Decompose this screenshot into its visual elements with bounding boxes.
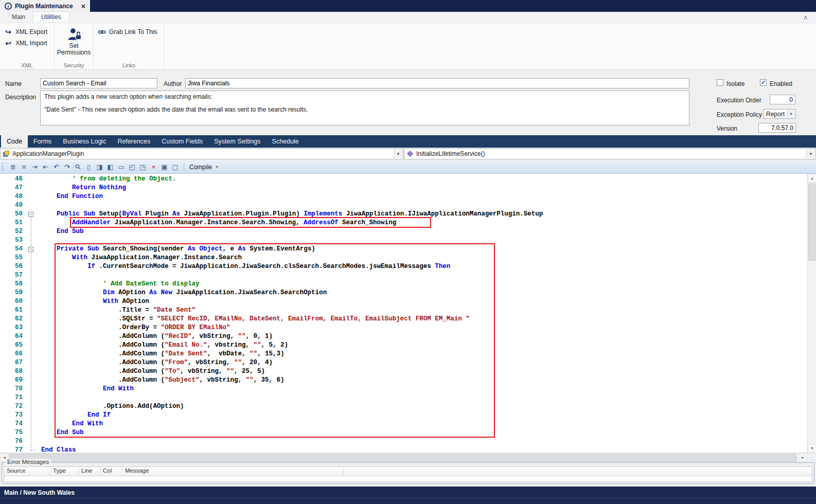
- isolate-label: Isolate: [726, 80, 744, 87]
- code-editor[interactable]: 46 ' from deleting the Object.47 Return …: [0, 174, 807, 453]
- xml-export-button[interactable]: ↪ XML Export: [2, 26, 52, 38]
- fold-collapse-icon[interactable]: -: [28, 247, 33, 252]
- surround-with-icon[interactable]: ◳: [137, 162, 148, 172]
- ribbon-collapse-icon[interactable]: ∧: [803, 14, 808, 21]
- author-input[interactable]: [185, 78, 689, 88]
- tab-business-logic[interactable]: Business Logic: [57, 135, 112, 148]
- error-column-col[interactable]: Col: [100, 467, 122, 476]
- undo-icon[interactable]: ↶: [51, 162, 62, 172]
- type-combobox[interactable]: ApplicationManagerPlugin ▼: [0, 148, 403, 159]
- toolbar-separator: [184, 163, 184, 171]
- line-number: 53: [0, 236, 26, 245]
- close-tab-icon[interactable]: ×: [81, 3, 85, 10]
- toolbar-icons: ≣≡⇥⇤↶↷⚲▯◨◧▭◰◳×▣▢: [8, 162, 181, 172]
- horizontal-scroll-thumb[interactable]: [9, 454, 796, 462]
- xml-import-button[interactable]: ↩ XML Import: [2, 38, 52, 49]
- member-combobox[interactable]: InitializeLifetimeService() ▼: [404, 148, 816, 159]
- clear-breakpoints-icon[interactable]: ×: [148, 162, 159, 172]
- code-line-52[interactable]: 52 End Sub: [0, 227, 807, 236]
- class-icon: [3, 151, 9, 157]
- line-number: 51: [0, 219, 26, 227]
- scroll-right-icon[interactable]: ►: [799, 453, 807, 462]
- previous-bookmark-icon[interactable]: ◧: [105, 162, 116, 172]
- compile-menu-arrow-icon[interactable]: ▾: [214, 165, 220, 169]
- exception-policy-select[interactable]: Report ▼: [763, 109, 796, 119]
- execution-order-input[interactable]: [770, 95, 795, 104]
- tab-references[interactable]: References: [112, 135, 156, 148]
- line-number: 56: [0, 262, 26, 271]
- code-line-47[interactable]: 47 Return Nothing: [0, 184, 807, 192]
- vertical-scroll-thumb[interactable]: [808, 184, 816, 261]
- dropdown-arrow-icon[interactable]: ▼: [787, 110, 795, 118]
- tab-custom-fields[interactable]: Custom Fields: [156, 135, 208, 148]
- error-column-type[interactable]: Type: [50, 467, 79, 476]
- name-input[interactable]: [40, 78, 157, 88]
- enabled-checkbox[interactable]: ✓: [760, 79, 767, 86]
- insert-snippet-icon[interactable]: ◰: [127, 162, 137, 172]
- compile-button[interactable]: Compile: [187, 164, 214, 171]
- error-messages-list[interactable]: SourceTypeLineColMessage: [4, 466, 812, 482]
- code-text: End Class: [38, 446, 76, 453]
- code-text: [38, 201, 41, 210]
- error-column-source[interactable]: Source: [4, 467, 50, 476]
- line-number: 77: [0, 446, 26, 453]
- indent-increase-icon[interactable]: ⇥: [29, 162, 40, 172]
- line-number: 57: [0, 271, 26, 280]
- code-line-48[interactable]: 48 End Function: [0, 192, 807, 201]
- tab-schedule[interactable]: Schedule: [267, 135, 305, 148]
- immediate-window-icon[interactable]: ▢: [170, 162, 181, 172]
- plugin-form: Name Author Isolate ✓ Enabled Descriptio…: [0, 70, 816, 135]
- ribbon-group-xml: ↪ XML Export ↩ XML Import XML: [0, 23, 55, 69]
- status-bar: Main / New South Wales: [0, 487, 816, 504]
- member-combobox-value: InitializeLifetimeService(): [416, 150, 485, 157]
- code-text: [38, 236, 41, 245]
- fold-collapse-icon[interactable]: -: [28, 212, 33, 217]
- line-number: 50: [0, 210, 26, 219]
- error-list-header: SourceTypeLineColMessage: [4, 467, 812, 476]
- document-tab-plugin-maintenance[interactable]: i Plugin Maintenance ×: [0, 0, 90, 12]
- set-permissions-button[interactable]: Set Permissions: [57, 26, 91, 56]
- code-line-76[interactable]: 76: [0, 437, 807, 446]
- tab-system-settings[interactable]: System Settings: [208, 135, 266, 148]
- line-number: 62: [0, 315, 26, 323]
- xml-export-icon: ↪: [4, 28, 12, 36]
- tab-code[interactable]: Code: [1, 135, 28, 148]
- version-input[interactable]: [758, 123, 796, 133]
- description-field[interactable]: This plugin adds a new search option whe…: [40, 91, 689, 125]
- format-document-icon[interactable]: ≣: [8, 162, 19, 172]
- editor-tab-strip: CodeFormsBusiness LogicReferencesCustom …: [0, 135, 816, 148]
- dropdown-arrow-icon[interactable]: ▼: [394, 149, 402, 158]
- code-line-46[interactable]: 46 ' from deleting the Object.: [0, 175, 807, 184]
- scroll-up-icon[interactable]: ▲: [808, 174, 816, 183]
- line-number: 68: [0, 367, 26, 376]
- status-text: Main / New South Wales: [4, 489, 75, 496]
- line-number: 47: [0, 184, 26, 192]
- code-line-49[interactable]: 49: [0, 201, 807, 210]
- ribbon-tab-utilities[interactable]: Utilities: [33, 11, 69, 23]
- grab-link-button[interactable]: Grab Link To This: [96, 26, 162, 38]
- indent-decrease-icon[interactable]: ⇤: [40, 162, 51, 172]
- ribbon-tab-main[interactable]: Main: [4, 12, 33, 23]
- next-bookmark-icon[interactable]: ◨: [94, 162, 105, 172]
- horizontal-scrollbar[interactable]: ◄ ►: [0, 453, 807, 461]
- toggle-breakpoint-icon[interactable]: ▣: [159, 162, 170, 172]
- line-number: 70: [0, 385, 26, 393]
- error-column-line[interactable]: Line: [79, 467, 100, 476]
- bookmark-icon[interactable]: ▯: [83, 162, 94, 172]
- code-text: End Function: [38, 192, 103, 201]
- format-selection-icon[interactable]: ≡: [19, 162, 29, 172]
- toolbar-grip[interactable]: [2, 163, 5, 171]
- fold-margin: [26, 201, 38, 210]
- ribbon-group-label-security: Security: [55, 62, 93, 68]
- selection-frame-icon[interactable]: ▭: [116, 162, 127, 172]
- tab-forms[interactable]: Forms: [28, 135, 57, 148]
- dropdown-arrow-icon[interactable]: ▼: [806, 149, 815, 158]
- code-line-77[interactable]: 77End Class: [0, 446, 807, 453]
- vertical-scrollbar[interactable]: ▲ ▼: [807, 174, 816, 453]
- scroll-down-icon[interactable]: ▼: [808, 444, 816, 453]
- error-column-message[interactable]: Message: [122, 467, 344, 476]
- red-highlight-box: [70, 217, 431, 228]
- isolate-checkbox[interactable]: [717, 79, 723, 86]
- set-permissions-label: Set Permissions: [56, 43, 92, 56]
- fold-margin: [26, 192, 38, 201]
